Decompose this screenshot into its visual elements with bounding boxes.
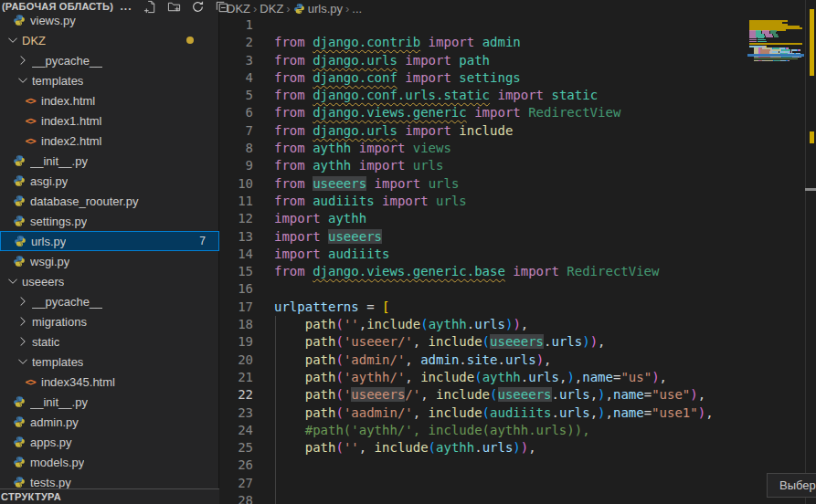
- chevron-down-icon[interactable]: [16, 354, 30, 369]
- tree-file-admin-py[interactable]: admin.py: [0, 412, 219, 432]
- code-line-21[interactable]: 21 path('aythh/', include(aythh.urls,),n…: [220, 369, 816, 386]
- new-file-icon: [143, 0, 157, 14]
- code-line-5[interactable]: 5from django.conf.urls.static import sta…: [220, 87, 816, 104]
- tree-folder--pycache-[interactable]: __pycache__: [0, 291, 219, 311]
- ruler-mark-warning: [810, 9, 814, 76]
- explorer-header: (РАБОЧАЯ ОБЛАСТЬ) ...: [0, 0, 219, 12]
- tree-item-label: tests.py: [30, 476, 71, 489]
- code-line-12[interactable]: 12import aythh: [220, 210, 816, 227]
- code-line-27[interactable]: 27: [220, 475, 816, 492]
- python-file-icon: [12, 435, 26, 449]
- python-icon: [13, 476, 26, 488]
- collapse-folders-button[interactable]: [214, 0, 228, 14]
- python-file-icon: [12, 455, 26, 469]
- code-line-18[interactable]: 18 path('',include(aythh.urls)),: [220, 316, 816, 333]
- new-file-button[interactable]: [143, 0, 157, 14]
- tree-file--init-py[interactable]: __init__.py: [0, 392, 219, 412]
- tree-item-label: index.html: [41, 94, 95, 108]
- tree-file-asgi-py[interactable]: asgi.py: [0, 171, 219, 191]
- line-number: 24: [220, 422, 253, 439]
- tree-folder-migrations[interactable]: migrations: [0, 311, 219, 331]
- tree-file--init-py[interactable]: __init__.py: [0, 151, 219, 171]
- tree-item-label: templates: [32, 74, 83, 88]
- code-line-16[interactable]: 16: [220, 280, 816, 298]
- code-line-2[interactable]: 2from django.contrib import admin: [220, 34, 816, 51]
- tree-file-apps-py[interactable]: apps.py: [0, 432, 219, 452]
- tree-item-label: apps.py: [30, 436, 72, 449]
- code-line-4[interactable]: 4from django.conf import settings: [220, 69, 816, 87]
- python-icon: [14, 235, 26, 247]
- code-line-19[interactable]: 19 path('useeer/', include(useeers.urls)…: [220, 333, 816, 351]
- tree-file-wsgi-py[interactable]: wsgi.py: [0, 251, 219, 271]
- line-number: 8: [220, 140, 253, 157]
- line-number: 1: [220, 16, 253, 34]
- code-line-3[interactable]: 3from django.urls import path: [220, 52, 816, 69]
- code-line-17[interactable]: 17urlpatterns = [: [220, 299, 816, 316]
- tree-folder--pycache-[interactable]: __pycache__: [0, 50, 219, 70]
- chevron-right-icon[interactable]: [16, 314, 30, 329]
- tree-folder-templates[interactable]: templates: [0, 70, 219, 90]
- code-line-11[interactable]: 11from audiiits import urls: [220, 193, 816, 210]
- tree-file-index345-html[interactable]: <>index345.html: [0, 372, 219, 392]
- breadcrumb-item-urls-py[interactable]: urls.py: [293, 2, 343, 16]
- code-line-24[interactable]: 24 #path('aythh/', include(aythh.urls)),: [220, 422, 816, 439]
- tree-file-index-html[interactable]: <>index.html: [0, 90, 219, 110]
- outline-section-header[interactable]: СТРУКТУРА: [0, 488, 219, 504]
- chevron-down-icon[interactable]: [16, 73, 30, 88]
- code-line-25[interactable]: 25 path('', include(aythh.urls)),: [220, 439, 816, 457]
- python-icon: [13, 395, 26, 408]
- tree-folder-useeers[interactable]: useeers: [0, 271, 219, 291]
- code-line-28[interactable]: 28: [220, 492, 816, 504]
- chevron-right-icon[interactable]: [16, 294, 30, 309]
- tree-file-database-roouter-py[interactable]: database_roouter.py: [0, 191, 219, 211]
- code-editor: DKZ›DKZ› urls.py›... 12from django.contr…: [220, 0, 816, 504]
- line-number: 20: [220, 352, 253, 369]
- code-line-20[interactable]: 20 path('admin/', admin.site.urls),: [220, 352, 816, 369]
- python-file-icon: [12, 214, 26, 228]
- chevron-right-icon[interactable]: [16, 53, 30, 68]
- line-number: 6: [220, 104, 253, 121]
- code-line-23[interactable]: 23 path('aadmin/', include(audiiits.urls…: [220, 404, 816, 422]
- code-line-8[interactable]: 8from aythh import views: [220, 140, 816, 157]
- tree-file-index1-html[interactable]: <>index1.html: [0, 110, 219, 131]
- refresh-button[interactable]: [190, 0, 205, 14]
- code-line-6[interactable]: 6from django.views.generic import Redire…: [220, 104, 816, 121]
- breadcrumb-item-dkz[interactable]: DKZ: [260, 2, 283, 16]
- code-line-13[interactable]: 13import useeers: [220, 228, 816, 246]
- file-tree: views.pyDKZ__pycache__templates<>index.h…: [0, 10, 219, 492]
- code-line-26[interactable]: 26: [220, 457, 816, 474]
- tree-file-urls-py[interactable]: urls.py7: [0, 231, 219, 251]
- chevron-right-icon[interactable]: [16, 334, 30, 349]
- code-line-15[interactable]: 15from django.views.generic.base import …: [220, 263, 816, 280]
- line-number: 16: [220, 280, 253, 298]
- code-line-7[interactable]: 7from django.urls import include: [220, 122, 816, 140]
- html-file-icon: <>: [23, 374, 37, 389]
- more-actions-button[interactable]: ...: [119, 0, 133, 14]
- python-icon: [293, 3, 305, 15]
- modified-dot-badge: [186, 37, 194, 44]
- code-line-1[interactable]: 1: [220, 16, 816, 34]
- code-line-9[interactable]: 9from aythh import urls: [220, 157, 816, 174]
- chevron-down-icon[interactable]: [5, 274, 20, 289]
- code-line-10[interactable]: 10from useeers import urls: [220, 175, 816, 193]
- code-line-22[interactable]: 22 path('useeers/', include(useeers.urls…: [220, 386, 816, 404]
- tree-file-settings-py[interactable]: settings.py: [0, 211, 219, 231]
- refresh-icon: [191, 0, 205, 14]
- tree-folder-dkz[interactable]: DKZ: [0, 30, 219, 50]
- workspace-title: (РАБОЧАЯ ОБЛАСТЬ): [2, 1, 113, 12]
- line-number: 22: [220, 386, 253, 404]
- line-number: 27: [220, 475, 253, 492]
- code-area[interactable]: 12from django.contrib import admin3from …: [220, 16, 816, 504]
- breadcrumb-item--[interactable]: ...: [352, 2, 362, 16]
- breadcrumb-item-dkz[interactable]: DKZ: [227, 2, 250, 16]
- line-number: 15: [220, 263, 253, 280]
- tree-folder-templates[interactable]: templates: [0, 352, 219, 372]
- chevron-down-icon[interactable]: [5, 33, 20, 47]
- python-file-icon: [12, 13, 26, 27]
- new-folder-button[interactable]: [166, 0, 181, 14]
- tree-file-index2-html[interactable]: <>index2.html: [0, 131, 219, 151]
- code-line-14[interactable]: 14import audiiits: [220, 246, 816, 263]
- tree-file-models-py[interactable]: models.py: [0, 452, 219, 472]
- tree-folder-static[interactable]: static: [0, 331, 219, 352]
- minimap[interactable]: [747, 16, 804, 217]
